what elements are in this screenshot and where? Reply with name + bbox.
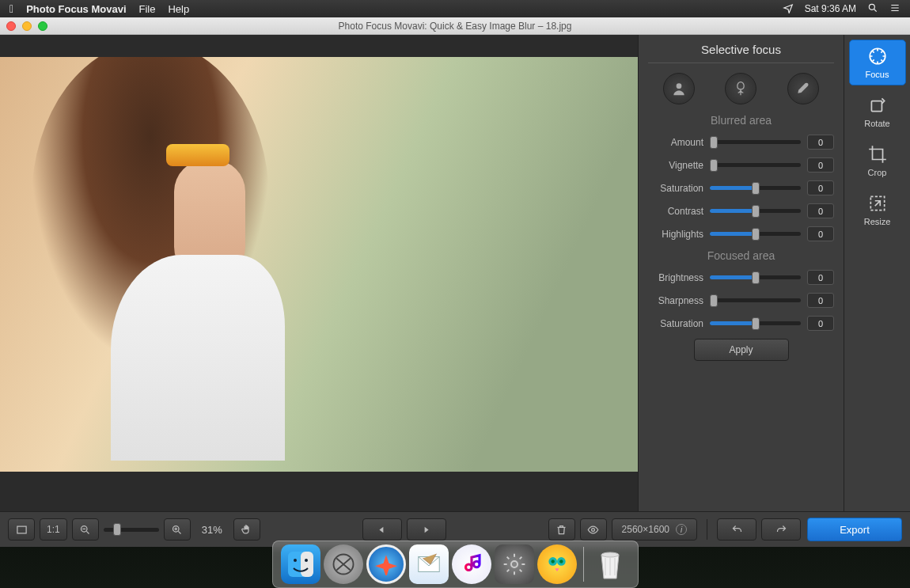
svg-rect-5 [17,526,25,533]
focused-slider-sharpness: Sharpness0 [648,293,834,308]
info-icon[interactable]: i [676,524,687,535]
delete-button[interactable] [548,518,575,541]
window-titlebar: Photo Focus Movavi: Quick & Easy Image B… [0,17,910,35]
slider-value[interactable]: 0 [807,157,834,173]
tool-resize[interactable]: Resize [849,187,906,233]
image-dimensions: 2560×1600 i [612,518,697,541]
slider-label: Contrast [648,206,703,217]
blurred-slider-highlights: Highlights0 [648,226,834,241]
dock-app-icon[interactable] [537,544,577,584]
zoom-slider[interactable] [104,528,159,532]
blurred-slider-saturation: Saturation0 [648,180,834,195]
tool-label: Resize [864,217,891,226]
window-close-button[interactable] [6,21,16,31]
prev-image-button[interactable] [362,518,402,541]
blurred-slider-amount: Amount0 [648,135,834,150]
menubar-item-file[interactable]: File [139,3,156,15]
slider-track[interactable] [710,298,801,302]
zoom-percent: 31% [202,524,222,536]
svg-point-19 [559,560,563,563]
menu-list-icon[interactable] [889,2,901,16]
spotlight-icon[interactable] [867,2,878,16]
redo-button[interactable] [761,518,801,541]
tool-crop[interactable]: Crop [849,138,906,184]
dock-finder-icon[interactable] [281,544,320,584]
tool-label: Rotate [864,119,889,128]
slider-value[interactable]: 0 [807,135,834,150]
apply-button[interactable]: Apply [694,339,789,361]
svg-point-0 [869,4,874,9]
fit-screen-button[interactable] [8,518,35,541]
slider-track[interactable] [710,209,801,213]
slider-value[interactable]: 0 [807,270,834,285]
slider-label: Saturation [648,183,703,194]
slider-value[interactable]: 0 [807,316,834,331]
menubar-item-help[interactable]: Help [168,3,189,15]
slider-track[interactable] [710,163,801,167]
slider-track[interactable] [710,232,801,236]
slider-value[interactable]: 0 [807,180,834,195]
image-content [111,255,285,461]
image-content [166,144,229,166]
slider-label: Brightness [648,272,703,283]
app-window: Photo Focus Movavi: Quick & Easy Image B… [0,17,910,547]
dock-mail-icon[interactable] [409,544,449,584]
hand-tool-button[interactable] [233,518,260,541]
preview-button[interactable] [580,518,607,541]
dock-trash-icon[interactable] [590,544,630,584]
tool-strip: Focus Rotate Crop Resize [844,35,910,511]
slider-value[interactable]: 0 [807,293,834,308]
image-canvas[interactable] [0,57,638,472]
menubar-clock[interactable]: Sat 9:36 AM [805,3,856,14]
menubar-app-name[interactable]: Photo Focus Movavi [26,3,126,15]
blurred-slider-vignette: Vignette0 [648,157,834,173]
window-minimize-button[interactable] [22,21,32,31]
canvas-column [0,35,638,511]
svg-rect-3 [871,101,882,112]
svg-point-18 [551,560,554,563]
macos-dock [272,541,639,588]
slider-track[interactable] [710,140,801,144]
tool-rotate[interactable]: Rotate [849,89,906,135]
slider-label: Vignette [648,160,703,171]
focused-slider-saturation: Saturation0 [648,316,834,331]
undo-button[interactable] [717,518,756,541]
mode-macro-button[interactable] [725,73,756,104]
slider-value[interactable]: 0 [807,226,834,241]
zoom-out-button[interactable] [72,518,99,541]
dock-itunes-icon[interactable] [452,544,491,584]
tool-focus[interactable]: Focus [849,40,906,85]
slider-track[interactable] [710,275,801,279]
svg-point-12 [305,559,308,562]
svg-point-8 [592,528,595,531]
window-title: Photo Focus Movavi: Quick & Easy Image B… [0,21,910,32]
panel-title: Selective focus [648,43,834,63]
focused-slider-brightness: Brightness0 [648,270,834,285]
actual-size-button[interactable]: 1:1 [40,518,67,541]
dock-launchpad-icon[interactable] [324,544,363,584]
tool-label: Focus [866,70,889,79]
macos-menubar:  Photo Focus Movavi File Help Sat 9:36 … [0,0,910,17]
blurred-slider-contrast: Contrast0 [648,203,834,218]
svg-point-11 [294,559,297,562]
slider-track[interactable] [710,186,801,190]
zoom-in-button[interactable] [164,518,191,541]
dock-settings-icon[interactable] [495,544,534,584]
slider-label: Sharpness [648,295,703,306]
mode-brush-button[interactable] [787,73,819,104]
slider-label: Highlights [648,229,703,240]
svg-point-15 [511,561,518,567]
switch-icon[interactable] [783,2,794,16]
apple-menu[interactable]:  [9,2,13,15]
slider-track[interactable] [710,321,801,325]
slider-label: Saturation [648,318,703,329]
svg-rect-10 [301,552,313,577]
export-button[interactable]: Export [807,518,902,541]
window-maximize-button[interactable] [38,21,47,31]
mode-portrait-button[interactable] [663,73,695,104]
next-image-button[interactable] [407,518,446,541]
svg-point-1 [677,83,682,89]
tool-label: Crop [868,168,887,177]
slider-value[interactable]: 0 [807,203,834,218]
dock-safari-icon[interactable] [366,544,406,584]
